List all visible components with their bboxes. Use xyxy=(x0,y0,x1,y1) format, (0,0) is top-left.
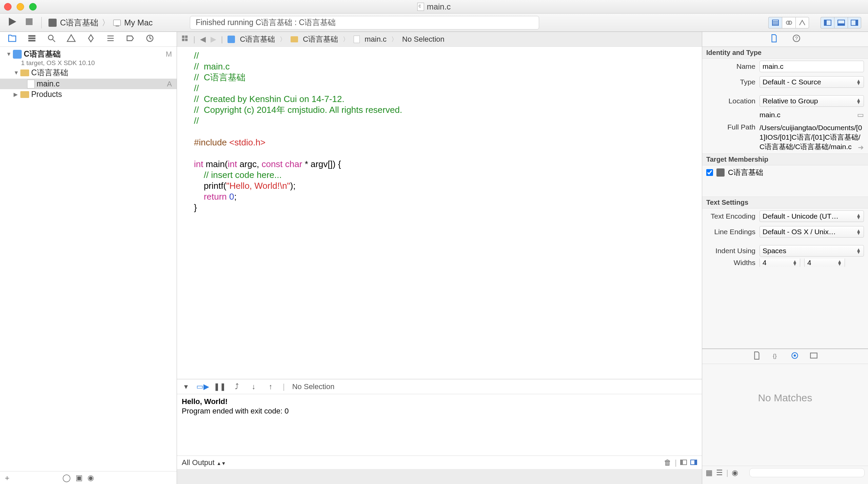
svg-rect-15 xyxy=(28,37,36,39)
debug-navigator-tab[interactable] xyxy=(106,34,115,45)
add-button[interactable]: ＋ xyxy=(3,473,11,483)
code-line xyxy=(194,126,698,137)
file-template-tab[interactable] xyxy=(752,351,761,362)
code-snippet-tab[interactable]: {} xyxy=(771,351,780,362)
continue-icon[interactable]: ❚❚ xyxy=(215,383,224,391)
svg-point-17 xyxy=(48,35,53,40)
breakpoint-navigator-tab[interactable] xyxy=(125,34,135,45)
symbol-navigator-tab[interactable] xyxy=(27,34,37,45)
location-select[interactable]: Relative to Group▲▼ xyxy=(760,95,864,107)
minimize-icon[interactable] xyxy=(17,3,24,11)
tab-width-stepper[interactable]: 4▲▼ xyxy=(760,259,800,267)
indent-width-stepper[interactable]: 4▲▼ xyxy=(804,259,845,267)
name-label: Name xyxy=(706,62,755,70)
list-view-icon[interactable]: ☰ xyxy=(716,468,723,477)
jumpbar-item[interactable]: No Selection xyxy=(402,35,445,44)
choose-folder-icon[interactable]: ▭ xyxy=(857,111,864,119)
inspector-tabs: ? xyxy=(702,32,868,47)
hide-debug-icon[interactable]: ▾ xyxy=(181,383,191,391)
forward-button[interactable]: ▶ xyxy=(211,35,216,44)
media-library-tab[interactable] xyxy=(809,351,818,362)
toggle-inspector-button[interactable] xyxy=(848,17,861,28)
code-line: // xyxy=(194,116,199,126)
svg-rect-27 xyxy=(182,38,184,41)
step-into-icon[interactable]: ↓ xyxy=(249,383,258,391)
issue-navigator-tab[interactable] xyxy=(66,34,76,45)
jumpbar-item[interactable]: C语言基础 xyxy=(303,34,338,44)
indent-select[interactable]: Spaces▲▼ xyxy=(760,245,864,257)
zoom-icon[interactable] xyxy=(29,3,37,11)
jump-bar[interactable]: | ◀ ▶ | C语言基础 〉 C语言基础 〉 main.c 〉 No Sele… xyxy=(177,32,702,47)
toggle-debug-button[interactable] xyxy=(834,17,848,28)
code-line: // C语言基础 xyxy=(194,72,245,82)
debug-area: ▾ ▭▶ ❚❚ ⤴ ↓ ↑ | No Selection Hello, Worl… xyxy=(177,379,702,469)
filter-icon[interactable]: ◉ xyxy=(87,473,94,482)
source-editor[interactable]: // // main.c // C语言基础 // // Created by K… xyxy=(177,47,702,379)
scm-filter-icon[interactable]: ▣ xyxy=(76,473,83,482)
version-editor-button[interactable] xyxy=(795,17,809,28)
file-inspector-tab[interactable] xyxy=(770,34,778,45)
location-label: Location xyxy=(706,97,755,105)
stop-button[interactable] xyxy=(24,16,35,29)
standard-editor-button[interactable] xyxy=(768,17,782,28)
tree-project-row[interactable]: ▼ C语言基础 M xyxy=(0,48,177,60)
svg-rect-1 xyxy=(26,18,33,25)
step-over-icon[interactable]: ⤴ xyxy=(232,383,241,391)
project-navigator-tab[interactable] xyxy=(7,34,17,45)
name-field[interactable] xyxy=(760,61,864,72)
assistant-editor-button[interactable] xyxy=(782,17,795,28)
navigator-filter-input[interactable] xyxy=(99,474,173,481)
run-button[interactable] xyxy=(7,16,18,29)
variables-view-icon[interactable] xyxy=(680,458,687,467)
close-icon[interactable] xyxy=(4,3,12,11)
project-tree[interactable]: ▼ C语言基础 M 1 target, OS X SDK 10.10 ▼ C语言… xyxy=(0,47,177,471)
breakpoints-toggle-icon[interactable]: ▭▶ xyxy=(198,383,208,391)
scheme-selector[interactable]: C语言基础 〉 My Mac xyxy=(48,17,153,28)
encoding-select[interactable]: Default - Unicode (UT…▲▼ xyxy=(760,210,864,222)
quick-help-tab[interactable]: ? xyxy=(792,34,801,45)
recent-filter-icon[interactable]: ◯ xyxy=(62,473,71,482)
section-header: Text Settings xyxy=(702,197,868,208)
object-library-tab[interactable] xyxy=(790,351,799,362)
reveal-in-finder-icon[interactable]: ➜ xyxy=(858,143,864,152)
output-filter-select[interactable]: All Output ▲▼ xyxy=(182,458,226,467)
window-title-text: main.c xyxy=(427,2,451,12)
navigator-panel: ▼ C语言基础 M 1 target, OS X SDK 10.10 ▼ C语言… xyxy=(0,32,177,484)
library-panel: {} No Matches ▦ ☰ | ◉ xyxy=(702,348,868,484)
scope-icon[interactable]: ◉ xyxy=(732,468,738,477)
console-view-icon[interactable] xyxy=(690,458,697,467)
activity-viewer: Finished running C语言基础 : C语言基础 xyxy=(190,16,539,29)
related-items-icon[interactable] xyxy=(181,35,189,44)
lineendings-select[interactable]: Default - OS X / Unix…▲▼ xyxy=(760,226,864,238)
report-navigator-tab[interactable] xyxy=(145,34,155,45)
target-checkbox[interactable] xyxy=(706,169,713,176)
tree-folder-row[interactable]: ▶ Products xyxy=(0,89,177,100)
step-out-icon[interactable]: ↑ xyxy=(266,383,275,391)
debug-bar-label: No Selection xyxy=(292,382,335,391)
grid-view-icon[interactable]: ▦ xyxy=(706,468,713,477)
console-output[interactable]: Hello, World! Program ended with exit co… xyxy=(177,394,702,456)
toggle-navigator-button[interactable] xyxy=(821,17,834,28)
chevron-right-icon: 〉 xyxy=(102,17,110,28)
disclosure-triangle-icon[interactable]: ▼ xyxy=(14,70,18,76)
find-navigator-tab[interactable] xyxy=(47,34,56,45)
test-navigator-tab[interactable] xyxy=(86,34,96,45)
target-membership-row[interactable]: C语言基础 xyxy=(702,165,868,180)
chevron-right-icon: 〉 xyxy=(280,35,286,43)
jumpbar-item[interactable]: main.c xyxy=(364,35,387,44)
tree-file-row[interactable]: main.c A xyxy=(0,79,177,89)
project-icon xyxy=(48,19,57,27)
disclosure-triangle-icon[interactable]: ▼ xyxy=(6,51,11,57)
clear-console-icon[interactable]: 🗑 xyxy=(664,458,671,467)
target-name: C语言基础 xyxy=(728,167,763,178)
type-select[interactable]: Default - C Source▲▼ xyxy=(760,76,864,88)
back-button[interactable]: ◀ xyxy=(200,35,206,44)
svg-line-24 xyxy=(150,38,152,39)
c-file-icon xyxy=(27,80,35,88)
location-file: main.c xyxy=(760,111,781,119)
scheme-target-label: My Mac xyxy=(124,18,153,27)
tree-folder-row[interactable]: ▼ C语言基础 xyxy=(0,67,177,79)
library-filter-input[interactable] xyxy=(749,468,865,477)
jumpbar-item[interactable]: C语言基础 xyxy=(240,34,275,44)
disclosure-triangle-icon[interactable]: ▶ xyxy=(14,91,18,98)
